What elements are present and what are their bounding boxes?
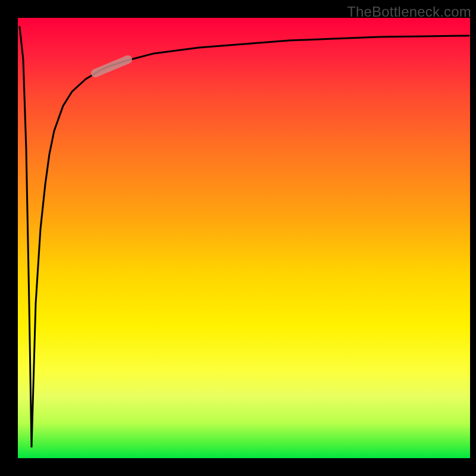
curve-highlight: [95, 60, 128, 73]
chart-frame: TheBottleneck.com: [0, 0, 476, 476]
watermark-text: TheBottleneck.com: [347, 4, 471, 20]
curve-path: [20, 27, 469, 447]
curve-layer: [18, 18, 470, 458]
bottleneck-curve: [20, 27, 469, 447]
